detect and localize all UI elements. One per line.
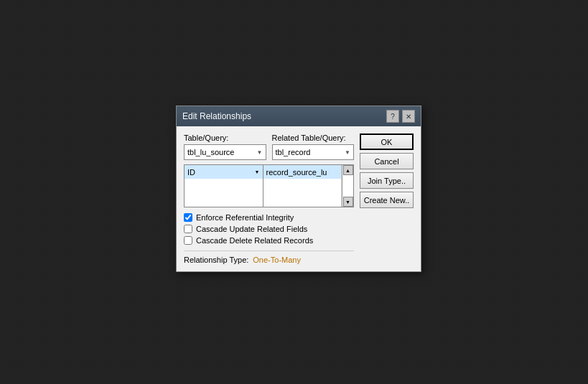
relationship-type-label: Relationship Type:: [184, 256, 248, 264]
related-table-dropdown-group: tbl_record ▼: [272, 144, 355, 160]
dialog-title: Edit Relationships: [182, 111, 251, 121]
enforce-integrity-label: Enforce Referential Integrity: [196, 213, 294, 222]
edit-relationships-dialog: Edit Relationships ? ✕ Table/Query: Rela…: [176, 106, 421, 272]
relation-right-column: record_source_lu: [263, 165, 342, 207]
relation-left-column: ID ▼: [185, 165, 263, 207]
content-area: Table/Query: Related Table/Query: tbl_lu…: [184, 134, 414, 264]
relationship-type-value: One-To-Many: [253, 256, 301, 264]
scroll-track: [343, 175, 353, 197]
dialog-content: Table/Query: Related Table/Query: tbl_lu…: [177, 126, 421, 271]
table-dropdown-group: tbl_lu_source ▼: [184, 144, 266, 160]
titlebar-buttons: ? ✕: [386, 110, 415, 123]
table-query-label: Table/Query:: [184, 134, 266, 142]
related-table-dropdown-value: tbl_record: [276, 148, 311, 156]
relationship-type-row: Relationship Type: One-To-Many: [184, 250, 354, 264]
checkboxes-section: Enforce Referential Integrity Cascade Up…: [184, 213, 354, 245]
cascade-delete-label: Cascade Delete Related Records: [196, 236, 313, 245]
right-row-value: record_source_lu: [266, 168, 327, 177]
related-table-dropdown[interactable]: tbl_record ▼: [272, 144, 355, 160]
table-dropdown-arrow: ▼: [257, 149, 263, 156]
relation-table: ID ▼ record_source_lu: [184, 164, 354, 207]
left-content: Table/Query: Related Table/Query: tbl_lu…: [184, 134, 354, 264]
cascade-update-item: Cascade Update Related Fields: [184, 225, 354, 233]
create-new-button[interactable]: Create New..: [360, 192, 414, 208]
right-buttons: OK Cancel Join Type.. Create New..: [360, 134, 414, 264]
relation-left-row-3[interactable]: [185, 193, 263, 207]
relation-left-row-1[interactable]: ID ▼: [185, 165, 263, 179]
ok-button[interactable]: OK: [360, 134, 414, 150]
relation-scrollbar: ▲ ▼: [342, 165, 353, 207]
related-table-query-group: Related Table/Query:: [272, 134, 355, 144]
dialog-titlebar: Edit Relationships ? ✕: [177, 106, 421, 126]
enforce-integrity-item: Enforce Referential Integrity: [184, 213, 354, 222]
labels-row: Table/Query: Related Table/Query:: [184, 134, 354, 144]
table-query-group: Table/Query:: [184, 134, 266, 144]
table-dropdown[interactable]: tbl_lu_source ▼: [184, 144, 266, 160]
scroll-down-button[interactable]: ▼: [343, 197, 353, 207]
left-row-value: ID: [187, 168, 195, 177]
relation-right-row-2[interactable]: [263, 179, 342, 192]
related-table-query-label: Related Table/Query:: [272, 134, 355, 142]
join-type-button[interactable]: Join Type..: [360, 172, 414, 189]
scroll-up-button[interactable]: ▲: [343, 165, 353, 175]
enforce-integrity-checkbox[interactable]: [184, 213, 192, 222]
cascade-delete-checkbox[interactable]: [184, 236, 192, 245]
cancel-button[interactable]: Cancel: [360, 153, 414, 169]
relation-right-row-1[interactable]: record_source_lu: [263, 165, 342, 179]
help-button[interactable]: ?: [386, 110, 399, 123]
related-table-dropdown-arrow: ▼: [345, 149, 350, 156]
cascade-delete-item: Cascade Delete Related Records: [184, 236, 354, 245]
dropdowns-row: tbl_lu_source ▼ tbl_record ▼: [184, 144, 354, 160]
relation-right-row-3[interactable]: [263, 193, 342, 207]
relation-left-row-2[interactable]: [185, 179, 263, 192]
left-row-arrow: ▼: [255, 169, 260, 174]
close-button[interactable]: ✕: [402, 110, 415, 123]
left-row-dropdown: ID ▼: [187, 168, 260, 177]
table-dropdown-value: tbl_lu_source: [187, 148, 234, 156]
cascade-update-label: Cascade Update Related Fields: [196, 225, 307, 233]
cascade-update-checkbox[interactable]: [184, 225, 192, 233]
